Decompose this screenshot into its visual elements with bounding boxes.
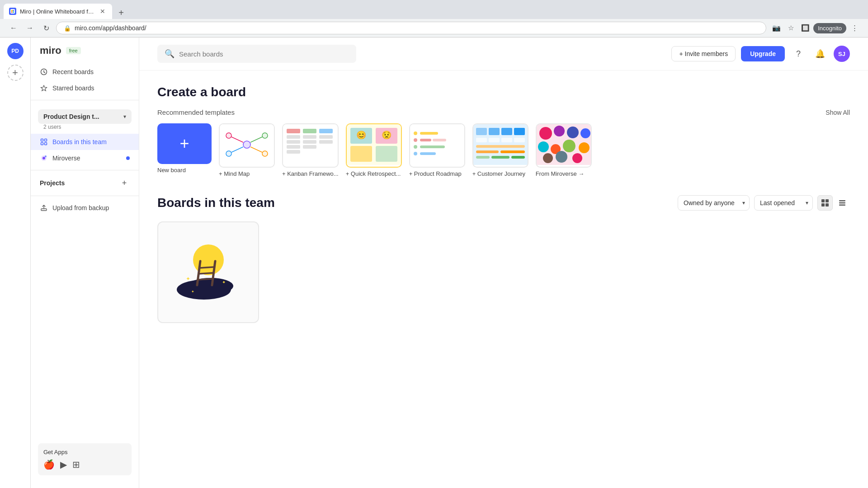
svg-rect-35 — [319, 129, 333, 133]
svg-point-91 — [188, 278, 233, 294]
mind-map-svg — [220, 124, 274, 165]
user-avatar[interactable]: SJ — [834, 46, 850, 62]
svg-rect-42 — [376, 146, 397, 162]
sidebar-divider-2 — [31, 170, 139, 170]
svg-line-96 — [198, 279, 212, 280]
browser-chrome: Miro | Online Whiteboard for Vis... ✕ + … — [0, 0, 868, 38]
svg-rect-26 — [287, 129, 300, 133]
svg-rect-69 — [511, 156, 525, 159]
show-all-link[interactable]: Show All — [826, 109, 850, 116]
add-workspace-button[interactable]: + — [7, 65, 24, 81]
svg-point-81 — [572, 153, 582, 163]
template-new-board[interactable]: + New board — [157, 123, 212, 174]
template-roadmap[interactable]: + Product Roadmap — [409, 123, 465, 177]
roadmap-thumb — [409, 123, 465, 168]
browser-actions: 📷 ☆ 🔲 Incognito ⋮ — [770, 22, 861, 34]
google-play-icon[interactable]: ▶ — [60, 459, 67, 470]
svg-rect-65 — [476, 150, 499, 153]
new-board-thumb[interactable]: + — [157, 123, 212, 164]
more-options-icon[interactable]: ⋮ — [848, 22, 861, 34]
svg-point-19 — [226, 151, 231, 156]
svg-point-89 — [193, 244, 224, 275]
svg-rect-30 — [287, 150, 300, 154]
svg-point-13 — [45, 155, 47, 157]
boards-section: Boards in this team Owned by anyone Owne… — [157, 195, 850, 323]
projects-header: Projects + — [31, 174, 139, 192]
board-card-empty[interactable]: ✦ ✦ ✦ — [157, 221, 259, 323]
kanban-svg — [283, 124, 337, 165]
svg-text:😊: 😊 — [356, 130, 367, 140]
address-bar[interactable]: 🔒 miro.com/app/dashboard/ — [56, 22, 766, 34]
sidebar-item-miroverse[interactable]: Miroverse — [31, 150, 139, 166]
template-label-retro: + Quick Retrospect... — [346, 170, 402, 177]
help-button[interactable]: ? — [790, 46, 807, 62]
grid-view-button[interactable] — [817, 195, 833, 211]
add-project-button[interactable]: + — [119, 178, 130, 188]
plan-badge: free — [66, 47, 81, 54]
svg-rect-83 — [826, 199, 829, 202]
workspace-avatar[interactable]: PD — [7, 43, 24, 59]
sidebar-item-boards-in-team[interactable]: Boards in this team — [31, 134, 139, 150]
sidebar-item-starred-boards[interactable]: Starred boards — [31, 80, 139, 96]
svg-point-78 — [579, 142, 590, 153]
svg-line-95 — [198, 273, 212, 274]
team-section: Product Design t... ▾ 2 users — [38, 109, 132, 132]
svg-rect-59 — [514, 128, 525, 135]
svg-point-20 — [262, 151, 268, 156]
svg-rect-66 — [500, 150, 525, 153]
star-icon — [40, 84, 48, 92]
extensions-icon[interactable]: 🔲 — [799, 22, 811, 34]
svg-rect-14 — [41, 209, 47, 211]
star-bookmark-icon[interactable]: ☆ — [784, 22, 797, 34]
svg-rect-45 — [410, 124, 464, 165]
boards-filters: Owned by anyone Owned by me Last opened … — [678, 195, 850, 211]
back-button[interactable]: ← — [7, 22, 20, 34]
sort-filter-select[interactable]: Last opened Last modified Alphabetical — [754, 195, 813, 211]
svg-text:✦: ✦ — [191, 290, 194, 294]
svg-rect-41 — [350, 146, 372, 162]
team-selector[interactable]: Product Design t... ▾ — [38, 109, 132, 124]
windows-icon[interactable]: ⊞ — [72, 459, 80, 470]
upload-backup-label: Upload from backup — [52, 204, 109, 211]
upgrade-button[interactable]: Upgrade — [741, 46, 785, 61]
svg-text:✦: ✦ — [222, 280, 226, 285]
team-name: Product Design t... — [43, 113, 99, 120]
view-toggle — [817, 195, 850, 211]
template-retro[interactable]: 😊 😟 + Quick Retrospect... — [346, 123, 402, 177]
search-icon: 🔍 — [165, 49, 175, 59]
notifications-button[interactable]: 🔔 — [812, 46, 828, 62]
owned-filter-wrapper: Owned by anyone Owned by me — [678, 195, 750, 211]
list-view-button[interactable] — [835, 195, 850, 211]
template-customer-journey[interactable]: + Customer Journey — [472, 123, 528, 177]
invite-members-button[interactable]: + Invite members — [671, 46, 736, 61]
svg-rect-36 — [319, 135, 333, 139]
svg-point-71 — [539, 127, 552, 140]
template-kanban[interactable]: + Kanban Framewo... — [282, 123, 339, 177]
owned-filter-select[interactable]: Owned by anyone Owned by me — [678, 195, 750, 211]
svg-point-79 — [543, 153, 553, 163]
apple-icon[interactable]: 🍎 — [43, 459, 55, 470]
active-tab[interactable]: Miro | Online Whiteboard for Vis... ✕ — [4, 4, 112, 19]
svg-point-49 — [414, 152, 417, 155]
svg-rect-0 — [10, 9, 15, 14]
svg-rect-82 — [821, 199, 825, 202]
camera-icon[interactable]: 📷 — [770, 22, 783, 34]
close-tab-button[interactable]: ✕ — [99, 7, 107, 15]
sidebar-item-recent-boards[interactable]: Recent boards — [31, 64, 139, 80]
reload-button[interactable]: ↻ — [40, 22, 52, 34]
template-miroverse[interactable]: From Miroverse → — [536, 123, 592, 177]
svg-rect-3 — [11, 12, 13, 13]
journey-thumb — [472, 123, 528, 168]
template-label-journey: + Customer Journey — [472, 170, 528, 177]
sidebar-item-upload-backup[interactable]: Upload from backup — [31, 200, 139, 216]
profile-chip[interactable]: Incognito — [813, 23, 846, 33]
search-input[interactable] — [179, 50, 349, 58]
svg-rect-86 — [839, 200, 845, 202]
forward-button[interactable]: → — [24, 22, 36, 34]
template-mind-map[interactable]: + Mind Map — [219, 123, 275, 177]
kanban-thumb — [282, 123, 339, 168]
svg-rect-10 — [45, 143, 47, 145]
new-tab-button[interactable]: + — [115, 6, 127, 19]
sidebar-divider-3 — [31, 196, 139, 196]
svg-rect-1 — [11, 10, 13, 11]
